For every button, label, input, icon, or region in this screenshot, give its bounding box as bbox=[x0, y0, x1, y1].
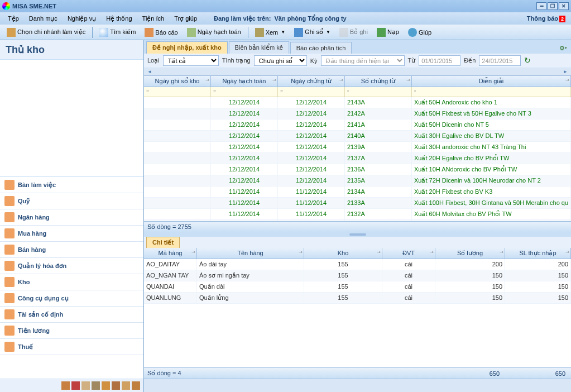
nav-mua-hàng[interactable]: Mua hàng bbox=[0, 226, 143, 242]
table-row[interactable]: 12/12/201412/12/20142136AXuất 10H ANdoro… bbox=[144, 164, 571, 175]
search-button[interactable]: Tìm kiếm bbox=[96, 27, 139, 38]
tinhtrang-label: Tình trạng bbox=[222, 57, 251, 64]
detail-total-qty: 650 bbox=[432, 370, 502, 377]
nav-tài-sản-cố-định[interactable]: Tài sản cố định bbox=[0, 307, 143, 323]
nav-icon bbox=[4, 212, 15, 222]
hscroll-strip: ◄ ► bbox=[144, 68, 571, 76]
dcol-slthucnhap[interactable]: SL thực nhập⊸ bbox=[505, 248, 571, 259]
menu-hethong[interactable]: Hệ thống bbox=[102, 14, 136, 23]
minimize-button[interactable]: ━ bbox=[536, 2, 546, 10]
detail-row[interactable]: AO_DAITAYÁo dài tay155cái200200 bbox=[144, 259, 571, 270]
small-icon-4[interactable] bbox=[92, 381, 100, 390]
notification-badge: 2 bbox=[559, 16, 565, 22]
app-title: MISA SME.NET bbox=[12, 3, 56, 9]
small-icon-8[interactable] bbox=[132, 381, 140, 390]
table-row[interactable]: 12/12/201412/12/20142143AXuất 50H Andoro… bbox=[144, 97, 571, 108]
tinhtrang-select[interactable]: Chưa ghi sổ bbox=[254, 55, 307, 66]
nav-tiền-lương[interactable]: Tiền lương bbox=[0, 323, 143, 339]
menu-tep[interactable]: Tệp bbox=[3, 14, 23, 23]
book-icon bbox=[294, 28, 303, 37]
table-row[interactable]: 12/12/201412/12/20142135AXuất 72H Diceni… bbox=[144, 175, 571, 187]
detail-panel: Chi tiết Mã hàng⊸ Tên hàng⊸ Kho⊸ ĐVT⊸ Số… bbox=[144, 237, 571, 379]
scroll-right-icon[interactable]: ► bbox=[562, 69, 569, 75]
nav-quỹ[interactable]: Quỹ bbox=[0, 193, 143, 209]
table-row[interactable]: 11/12/201411/12/20142133AXuất 100H Fixbe… bbox=[144, 198, 571, 209]
loai-select[interactable]: Tất cả bbox=[163, 55, 219, 66]
nav-bán-hàng[interactable]: Bán hàng bbox=[0, 242, 143, 258]
dcol-tenhang[interactable]: Tên hàng⊸ bbox=[197, 248, 304, 259]
loai-label: Loại bbox=[147, 57, 160, 64]
table-row[interactable]: 11/12/201411/12/20142134AXuất 20H Fixbes… bbox=[144, 187, 571, 198]
den-date[interactable] bbox=[479, 55, 521, 66]
col-sochungtu[interactable]: Số chứng từ⊸ bbox=[345, 76, 412, 87]
detail-tab[interactable]: Chi tiết bbox=[146, 237, 180, 248]
notification-button[interactable]: Thông báo2 bbox=[527, 15, 568, 22]
dcol-kho[interactable]: Kho⊸ bbox=[304, 248, 382, 259]
col-diengiai[interactable]: Diễn giải⊸ bbox=[412, 76, 571, 87]
col-ngayhachtoan[interactable]: Ngày hạch toán⊸ bbox=[211, 76, 278, 87]
table-row[interactable]: 12/12/201412/12/20142139AXuất 30H andoro… bbox=[144, 142, 571, 153]
nav-icon bbox=[4, 293, 15, 303]
small-icon-7[interactable] bbox=[122, 381, 130, 390]
nav-ngân-hàng[interactable]: Ngân hàng bbox=[0, 209, 143, 226]
nav-icon bbox=[4, 277, 15, 287]
sidebar-tree[interactable] bbox=[0, 60, 143, 177]
menu-bar: Tệp Danh mục Nghiệp vụ Hệ thống Tiện ích… bbox=[0, 12, 571, 25]
accdate-button[interactable]: Ngày hạch toán bbox=[184, 27, 244, 38]
tu-date[interactable] bbox=[419, 55, 460, 66]
nav-icon bbox=[4, 261, 15, 271]
detail-row[interactable]: QUANDAIQuần dài155cái150150 bbox=[144, 281, 571, 293]
nav-icon bbox=[4, 342, 15, 352]
post-button[interactable]: Ghi sổ▼ bbox=[291, 27, 334, 38]
ky-select[interactable]: Đầu tháng đến hiện tại bbox=[321, 55, 405, 66]
refresh-icon bbox=[377, 28, 386, 37]
report-button[interactable]: Báo cáo bbox=[141, 27, 181, 38]
dcol-mahang[interactable]: Mã hàng⊸ bbox=[144, 248, 197, 259]
dcol-dvt[interactable]: ĐVT⊸ bbox=[382, 248, 435, 259]
col-ngayghiso[interactable]: Ngày ghi sổ kho⊸ bbox=[144, 76, 211, 87]
scroll-left-icon[interactable]: ◄ bbox=[146, 69, 153, 75]
table-row[interactable]: 12/12/201412/12/20142141AXuất 50H Diceni… bbox=[144, 119, 571, 131]
small-icon-1[interactable] bbox=[61, 381, 70, 390]
nav-công-cụ-dụng-cụ[interactable]: Công cụ dụng cụ bbox=[0, 290, 143, 307]
table-row[interactable]: 12/12/201412/12/20142142AXuất 50H Fixbes… bbox=[144, 108, 571, 119]
close-button[interactable]: ✕ bbox=[559, 2, 569, 10]
view-button[interactable]: Xem▼ bbox=[252, 27, 289, 38]
detail-row[interactable]: AO_NGAN TAYÁo sơ mi ngắn tay155cái150150 bbox=[144, 270, 571, 281]
tab-denghi[interactable]: Đề nghị nhập, xuất kho bbox=[146, 41, 228, 54]
nav-kho[interactable]: Kho bbox=[0, 274, 143, 290]
detail-row-count: Số dòng = 4 bbox=[147, 370, 181, 377]
table-row[interactable]: 12/12/201412/12/20142140AXuất 30H Egaliv… bbox=[144, 131, 571, 142]
detail-row[interactable]: QUANLUNGQuần lửng155cái150150 bbox=[144, 293, 571, 304]
small-icon-3[interactable] bbox=[81, 381, 90, 390]
menu-trogiup[interactable]: Trợ giúp bbox=[170, 14, 201, 23]
filter-refresh-icon[interactable]: ↻ bbox=[524, 56, 534, 66]
table-row[interactable]: 11/12/201411/12/20142132AXuất 60H Molvit… bbox=[144, 209, 571, 220]
horizontal-splitter[interactable] bbox=[144, 232, 571, 237]
dcol-soluong[interactable]: Số lượng⊸ bbox=[435, 248, 505, 259]
detail-total-actual: 650 bbox=[502, 370, 568, 377]
unpost-button[interactable]: Bỏ ghi bbox=[336, 27, 371, 38]
restore-button[interactable]: ❐ bbox=[548, 2, 558, 10]
nav-quản-lý-hóa-đơn[interactable]: Quản lý hóa đơn bbox=[0, 258, 143, 274]
help-button[interactable]: Giúp bbox=[405, 27, 435, 38]
den-label: Đến bbox=[464, 57, 476, 64]
small-icon-6[interactable] bbox=[112, 381, 120, 390]
main-grid: Ngày ghi sổ kho⊸ Ngày hạch toán⊸ Ngày ch… bbox=[144, 76, 571, 232]
tab-baocao[interactable]: Báo cáo phân tích bbox=[290, 42, 352, 54]
nav-thuế[interactable]: Thuế bbox=[0, 339, 143, 355]
col-ngaychungtu[interactable]: Ngày chứng từ⊸ bbox=[278, 76, 345, 87]
menu-nghiepvu[interactable]: Nghiệp vụ bbox=[63, 14, 100, 23]
nav-bàn-làm-việc[interactable]: Bàn làm việc bbox=[0, 177, 143, 193]
menu-danhmuc[interactable]: Danh mục bbox=[25, 14, 62, 23]
settings-gear-icon[interactable]: ⚙▾ bbox=[558, 42, 569, 54]
sidebar-title: Thủ kho bbox=[0, 40, 143, 60]
tab-bienban[interactable]: Biên bản kiểm kê bbox=[229, 41, 289, 54]
load-button[interactable]: Nạp bbox=[373, 27, 402, 38]
branch-button[interactable]: Chọn chi nhánh làm việc bbox=[3, 27, 89, 38]
menu-tienich[interactable]: Tiện ích bbox=[138, 14, 169, 23]
small-icon-2[interactable] bbox=[71, 381, 80, 390]
small-icon-5[interactable] bbox=[102, 381, 110, 390]
view-icon bbox=[255, 28, 264, 37]
table-row[interactable]: 12/12/201412/12/20142137AXuất 20H Egaliv… bbox=[144, 153, 571, 164]
